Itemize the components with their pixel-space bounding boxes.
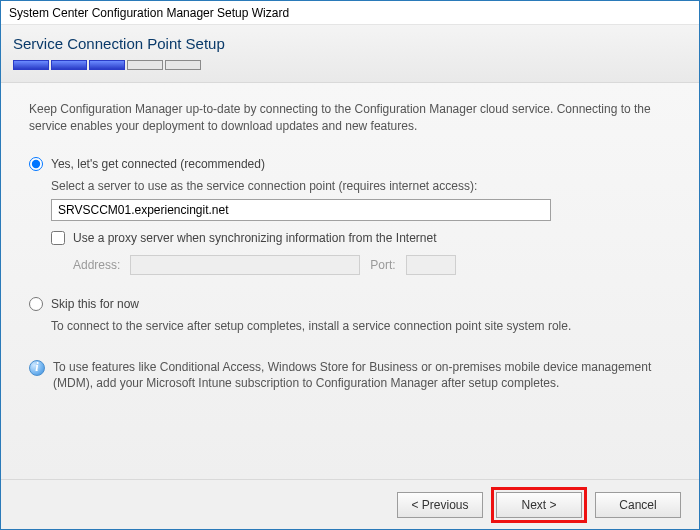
next-button[interactable]: Next > <box>496 492 582 518</box>
option-connect: Yes, let's get connected (recommended) S… <box>29 157 671 275</box>
radio-connect-label: Yes, let's get connected (recommended) <box>51 157 265 171</box>
option-skip: Skip this for now To connect to the serv… <box>29 297 671 333</box>
progress-segment <box>89 60 125 70</box>
wizard-content: Keep Configuration Manager up-to-date by… <box>1 83 699 479</box>
wizard-window: System Center Configuration Manager Setu… <box>0 0 700 530</box>
proxy-address-label: Address: <box>73 258 120 272</box>
radio-skip-label: Skip this for now <box>51 297 139 311</box>
skip-description: To connect to the service after setup co… <box>51 319 671 333</box>
proxy-port-input <box>406 255 456 275</box>
info-icon: i <box>29 360 45 376</box>
cancel-button[interactable]: Cancel <box>595 492 681 518</box>
radio-skip[interactable] <box>29 297 43 311</box>
proxy-port-label: Port: <box>370 258 395 272</box>
proxy-fields: Address: Port: <box>73 255 671 275</box>
page-title: Service Connection Point Setup <box>13 35 687 52</box>
previous-button[interactable]: < Previous <box>397 492 483 518</box>
server-input[interactable] <box>51 199 551 221</box>
wizard-footer: < Previous Next > Cancel <box>1 479 699 529</box>
intro-text: Keep Configuration Manager up-to-date by… <box>29 101 671 135</box>
progress-segment <box>51 60 87 70</box>
progress-segment <box>13 60 49 70</box>
server-prompt: Select a server to use as the service co… <box>51 179 671 193</box>
info-note: i To use features like Conditional Acces… <box>29 359 671 393</box>
titlebar: System Center Configuration Manager Setu… <box>1 1 699 25</box>
next-button-highlight: Next > <box>491 487 587 523</box>
window-title: System Center Configuration Manager Setu… <box>9 6 289 20</box>
proxy-address-input <box>130 255 360 275</box>
progress-bar <box>13 60 687 70</box>
progress-segment <box>127 60 163 70</box>
info-text: To use features like Conditional Access,… <box>53 359 671 393</box>
progress-segment <box>165 60 201 70</box>
proxy-checkbox-label: Use a proxy server when synchronizing in… <box>73 231 437 245</box>
wizard-header: Service Connection Point Setup <box>1 25 699 83</box>
radio-connect[interactable] <box>29 157 43 171</box>
proxy-checkbox[interactable] <box>51 231 65 245</box>
